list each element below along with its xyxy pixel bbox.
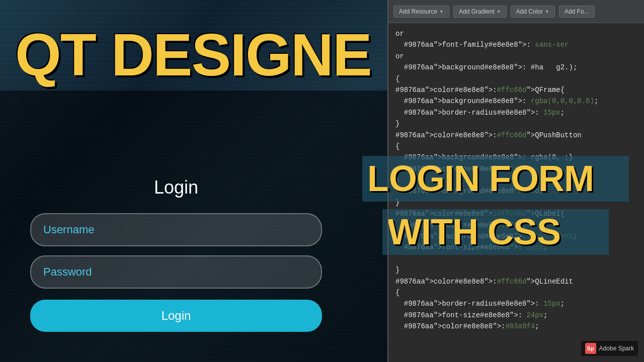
code-line: { <box>395 287 636 298</box>
code-line: { <box>395 73 636 84</box>
add-resource-button[interactable]: Add Resource ▼ <box>393 6 449 18</box>
code-line: or <box>395 51 636 62</box>
code-line: } <box>395 264 636 276</box>
code-line: or <box>395 28 636 39</box>
code-line: { <box>395 141 636 152</box>
add-color-arrow: ▼ <box>545 9 549 14</box>
code-line: } <box>395 118 636 129</box>
code-line: #9876aa">color#e8e8e8">:#03a9f4; <box>395 321 636 332</box>
panel-divider <box>387 0 388 362</box>
login-form-container: Login Login <box>0 167 352 352</box>
code-line: #9876aa">font-size#e8e8e8">: 24px; <box>395 310 636 321</box>
qt-title: QT DESIGNE <box>15 25 371 84</box>
add-color-button[interactable]: Add Color ▼ <box>511 6 555 18</box>
code-line: #9876aa">font-family#e8e8e8">: sans-ser <box>395 39 636 50</box>
with-css-overlay-label: WITH CSS <box>382 209 609 255</box>
add-resource-arrow: ▼ <box>439 9 444 14</box>
code-line: #9876aa">background#e8e8e8">: #ha g2.); <box>395 62 636 73</box>
toolbar: Add Resource ▼ Add Gradient ▼ Add Color … <box>387 0 644 23</box>
add-gradient-arrow: ▼ <box>497 9 501 14</box>
code-line: #9876aa">color#e8e8e8">:#ffc66d">QLineEd… <box>395 276 636 287</box>
adobe-spark-label: Adobe Spark <box>599 345 634 352</box>
add-gradient-label: Add Gradient <box>459 8 495 15</box>
login-button[interactable]: Login <box>30 300 322 332</box>
left-panel: QT DESIGNE Login Login <box>0 0 387 362</box>
code-line: #9876aa">background#e8e8e8">: rgba(0,0,0… <box>395 96 636 107</box>
add-color-label: Add Color <box>516 8 543 15</box>
form-title: Login <box>30 177 322 198</box>
adobe-spark-logo: Sp <box>585 343 596 354</box>
code-line: #9876aa">color#e8e8e8">:#ffc66d">QFrame{ <box>395 84 636 96</box>
watermark: Sp Adobe Spark <box>581 341 638 356</box>
add-resource-label: Add Resource <box>399 8 437 15</box>
add-font-label: Add Fo... <box>565 8 589 15</box>
code-line: #9876aa">border-radius#e8e8e8">: 15px; <box>395 298 636 309</box>
username-input[interactable] <box>30 213 322 246</box>
add-gradient-button[interactable]: Add Gradient ▼ <box>453 6 507 18</box>
password-input[interactable] <box>30 255 322 289</box>
login-form-overlay-label: LOGIN FORM <box>362 156 629 202</box>
main-container: QT DESIGNE Login Login Add Resource ▼ Ad… <box>0 0 644 362</box>
code-line: #9876aa">color#e8e8e8">:#ffc66d">QPushBu… <box>395 130 636 141</box>
add-font-button[interactable]: Add Fo... <box>559 6 595 18</box>
code-line: #9876aa">border-radius#e8e8e8">: 15px; <box>395 107 636 118</box>
